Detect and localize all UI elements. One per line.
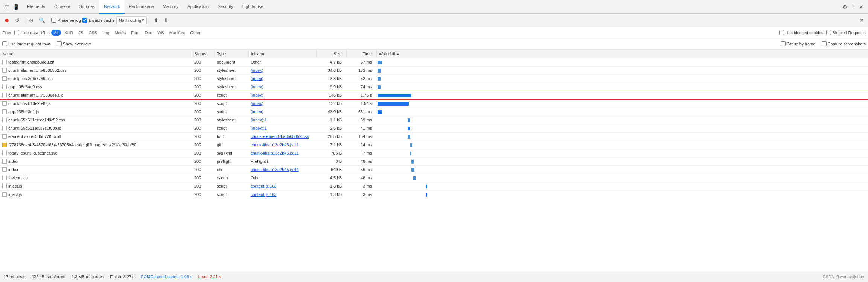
row-initiator[interactable]: (index) [248, 108, 316, 116]
filter-all[interactable]: All [51, 30, 61, 36]
preserve-log-input[interactable] [51, 18, 56, 23]
col-header-initiator[interactable]: Initiator [248, 50, 316, 58]
row-initiator[interactable]: chunk-libs.b13e2b45.js:11 [248, 141, 316, 149]
row-initiator[interactable]: chunk-libs.b13e2b45.js:44 [248, 165, 316, 174]
more-icon[interactable]: ⋮ [849, 3, 857, 11]
row-name[interactable]: today_count_customer.svg [0, 149, 192, 157]
show-overview-checkbox[interactable]: Show overview [57, 41, 91, 46]
row-initiator[interactable]: (index) [248, 83, 316, 91]
capture-screenshots-input[interactable] [822, 41, 827, 46]
table-row[interactable]: app.d08d5ae9.css200stylesheet(index)9.9 … [0, 83, 868, 91]
filter-js[interactable]: JS [77, 30, 85, 35]
table-row[interactable]: index200preflightPreflight ℹ0 B48 ms [0, 157, 868, 165]
row-name[interactable]: f778738c-e4f8-4870-b634-56703b4acafe.gif… [0, 141, 192, 149]
col-header-waterfall[interactable]: Waterfall ▲ [376, 50, 868, 58]
tab-sources[interactable]: Sources [75, 0, 99, 14]
disable-cache-checkbox[interactable]: Disable cache [82, 18, 115, 23]
row-initiator[interactable]: chunk-elementUI.a8b08852.css [248, 132, 316, 141]
row-initiator[interactable]: content.js:163 [248, 190, 316, 199]
row-initiator[interactable]: (index) [248, 99, 316, 108]
table-row[interactable]: index200xhrchunk-libs.b13e2b45.js:44649 … [0, 165, 868, 174]
table-row[interactable]: favicon.ico200x-iconOther4.5 kB46 ms [0, 174, 868, 182]
disable-cache-input[interactable] [82, 18, 87, 23]
row-initiator[interactable]: (index):1 [248, 124, 316, 132]
row-name[interactable]: index [0, 157, 192, 165]
blocked-requests-checkbox[interactable]: Blocked Requests [826, 30, 866, 35]
tab-memory[interactable]: Memory [158, 0, 183, 14]
hide-data-urls-checkbox[interactable]: Hide data URLs [14, 30, 50, 35]
row-name[interactable]: chunk-55d511ec.39c0f03b.js [0, 124, 192, 132]
table-row[interactable]: f778738c-e4f8-4870-b634-56703b4acafe.gif… [0, 141, 868, 149]
table-row[interactable]: app.035b43d1.js200script(index)43.0 kB66… [0, 108, 868, 116]
row-name[interactable]: app.d08d5ae9.css [0, 83, 192, 91]
filter-xhr[interactable]: XHR [62, 30, 75, 35]
capture-screenshots-checkbox[interactable]: Capture screenshots [822, 41, 866, 46]
show-overview-input[interactable] [57, 41, 62, 46]
close-icon[interactable]: ✕ [857, 3, 865, 11]
large-rows-checkbox[interactable]: Use large request rows [2, 41, 51, 46]
filter-font[interactable]: Font [129, 30, 141, 35]
row-initiator[interactable]: (index) [248, 91, 316, 99]
record-button[interactable]: ⏺ [2, 16, 11, 25]
preserve-log-checkbox[interactable]: Preserve log [51, 18, 81, 23]
table-row[interactable]: inject.js200scriptcontent.js:1631.3 kB3 … [0, 182, 868, 190]
row-name[interactable]: inject.js [0, 182, 192, 190]
row-name[interactable]: element-icons.535877f5.woff [0, 132, 192, 141]
filter-img[interactable]: Img [101, 30, 111, 35]
table-row[interactable]: chunk-55d511ec.39c0f03b.js200script(inde… [0, 124, 868, 132]
close-panel-icon[interactable]: ✕ [858, 17, 866, 24]
refresh-button[interactable]: ↺ [13, 16, 22, 25]
throttling-select[interactable]: No throttling ▾ [116, 16, 147, 24]
row-name[interactable]: app.035b43d1.js [0, 108, 192, 116]
filter-ws[interactable]: WS [155, 30, 166, 35]
filter-other[interactable]: Other [188, 30, 203, 35]
table-row[interactable]: chunk-elementUI.a8b08852.css200styleshee… [0, 66, 868, 74]
filter-media[interactable]: Media [113, 30, 128, 35]
export-button[interactable]: ⬇ [161, 16, 171, 25]
filter-icon[interactable]: ⊘ [27, 16, 36, 25]
filter-doc[interactable]: Doc [143, 30, 154, 35]
tab-console[interactable]: Console [50, 0, 75, 14]
row-initiator[interactable]: (index) [248, 74, 316, 83]
tab-lighthouse[interactable]: Lighthouse [238, 0, 268, 14]
row-name[interactable]: favicon.ico [0, 174, 192, 182]
search-icon[interactable]: 🔍 [37, 16, 46, 25]
settings-icon[interactable]: ⚙ [841, 3, 848, 11]
filter-css[interactable]: CSS [87, 30, 99, 35]
row-name[interactable]: index [0, 165, 192, 174]
row-initiator[interactable]: (index) [248, 66, 316, 74]
table-row[interactable]: inject.js200scriptcontent.js:1631.3 kB3 … [0, 190, 868, 199]
group-by-frame-checkbox[interactable]: Group by frame [781, 41, 815, 46]
row-initiator[interactable]: chunk-libs.b13e2b45.js:11 [248, 149, 316, 157]
col-header-type[interactable]: Type [215, 50, 248, 58]
blocked-requests-input[interactable] [826, 30, 831, 35]
large-rows-input[interactable] [2, 41, 7, 46]
row-name[interactable]: chunk-elementUI.71006ee3.js [0, 91, 192, 99]
tab-elements[interactable]: Elements [23, 0, 50, 14]
col-header-size[interactable]: Size [316, 50, 346, 58]
table-row[interactable]: chunk-55d511ec.cc1d0c52.css200stylesheet… [0, 116, 868, 124]
inspect-icon[interactable]: ⬚ [3, 3, 11, 11]
table-row[interactable]: chunk-elementUI.71006ee3.js200script(ind… [0, 91, 868, 99]
table-row[interactable]: chunk-libs.b13e2b45.js200script(index)13… [0, 99, 868, 108]
tab-application[interactable]: Application [183, 0, 213, 14]
row-name[interactable]: inject.js [0, 190, 192, 199]
hide-data-urls-input[interactable] [14, 30, 19, 35]
table-row[interactable]: testadmin.chaidoudou.cn200documentOther4… [0, 58, 868, 66]
row-initiator[interactable]: (index):1 [248, 116, 316, 124]
row-name[interactable]: testadmin.chaidoudou.cn [0, 58, 192, 66]
table-row[interactable]: element-icons.535877f5.woff200fontchunk-… [0, 132, 868, 141]
row-name[interactable]: chunk-55d511ec.cc1d0c52.css [0, 116, 192, 124]
has-blocked-checkbox[interactable]: Has blocked cookies [779, 30, 823, 35]
device-icon[interactable]: 📱 [12, 3, 20, 11]
import-button[interactable]: ⬆ [152, 16, 161, 25]
group-by-frame-input[interactable] [781, 41, 786, 46]
table-row[interactable]: today_count_customer.svg200svg+xmlchunk-… [0, 149, 868, 157]
row-name[interactable]: chunk-libs.3dfb7769.css [0, 74, 192, 83]
tab-security[interactable]: Security [213, 0, 238, 14]
filter-manifest[interactable]: Manifest [168, 30, 187, 35]
row-name[interactable]: chunk-elementUI.a8b08852.css [0, 66, 192, 74]
has-blocked-input[interactable] [779, 30, 784, 35]
row-name[interactable]: chunk-libs.b13e2b45.js [0, 99, 192, 108]
tab-performance[interactable]: Performance [125, 0, 158, 14]
